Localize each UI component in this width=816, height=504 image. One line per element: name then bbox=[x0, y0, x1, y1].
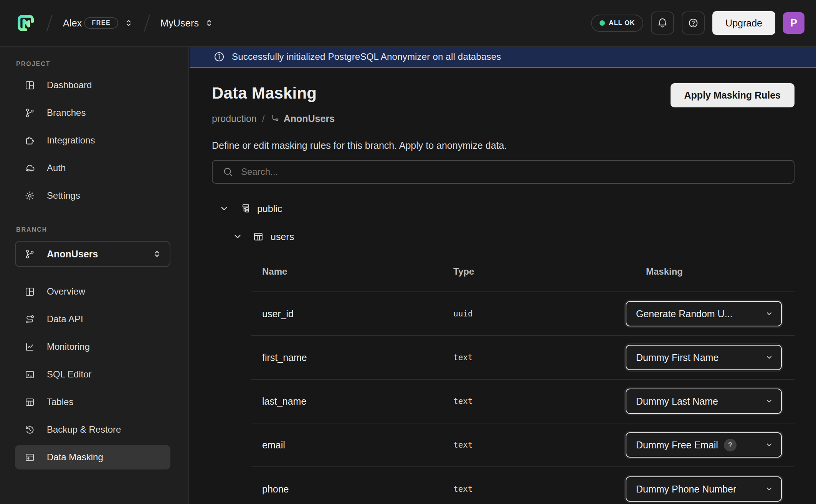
search-input[interactable] bbox=[241, 166, 785, 177]
separator-slash bbox=[144, 15, 150, 31]
status-label: ALL OK bbox=[609, 19, 635, 27]
sidebar-item-data-api[interactable]: Data API bbox=[15, 305, 170, 333]
column-name: last_name bbox=[262, 396, 306, 407]
integrations-icon bbox=[25, 135, 35, 146]
sidebar-item-label: Data API bbox=[47, 314, 83, 324]
user-avatar[interactable]: P bbox=[783, 12, 804, 34]
chevron-updown-icon bbox=[152, 249, 162, 259]
masking-select-last-name[interactable]: Dummy Last Name bbox=[626, 389, 782, 414]
branch-icon bbox=[25, 249, 35, 259]
masking-select-email[interactable]: Dummy Free Email ? bbox=[626, 432, 782, 458]
tree-row-table[interactable]: users bbox=[212, 229, 795, 244]
column-name: user_id bbox=[262, 308, 294, 320]
column-type: text bbox=[453, 353, 473, 362]
schema-name: public bbox=[257, 203, 282, 214]
sidebar-item-label: Overview bbox=[47, 286, 85, 297]
status-pill[interactable]: ALL OK bbox=[591, 15, 643, 32]
sidebar-item-settings[interactable]: Settings bbox=[15, 182, 170, 209]
masking-select-value: Dummy Last Name bbox=[636, 396, 718, 407]
neon-logo[interactable] bbox=[15, 13, 36, 33]
main-content: Data Masking Apply Masking Rules product… bbox=[190, 68, 816, 504]
sidebar-item-data-masking[interactable]: Data Masking bbox=[15, 445, 170, 469]
chevron-down-icon bbox=[765, 485, 773, 493]
sidebar-item-branches[interactable]: Branches bbox=[15, 99, 170, 127]
sidebar-item-label: Backup & Restore bbox=[47, 424, 121, 435]
chevron-down-icon bbox=[765, 353, 773, 362]
child-branch-icon bbox=[270, 114, 281, 124]
search-icon bbox=[223, 166, 233, 177]
chevron-down-icon[interactable] bbox=[232, 231, 243, 242]
page-description: Define or edit masking rules for this br… bbox=[212, 140, 795, 152]
masking-table: Name Type Masking user_id uuid Generate … bbox=[251, 251, 795, 504]
org-switcher[interactable]: Alex FREE bbox=[63, 17, 134, 29]
settings-icon bbox=[25, 191, 35, 201]
banner-message: Successfully initialized PostgreSQL Anon… bbox=[232, 51, 501, 62]
table-icon bbox=[253, 231, 264, 242]
separator-slash bbox=[46, 15, 53, 31]
page-title: Data Masking bbox=[212, 83, 317, 103]
project-name: MyUsers bbox=[160, 18, 199, 29]
info-icon bbox=[213, 51, 225, 63]
column-header-name: Name bbox=[262, 266, 287, 277]
masking-select-user-id[interactable]: Generate Random U... bbox=[626, 301, 782, 326]
help-icon bbox=[688, 18, 699, 28]
help-badge[interactable]: ? bbox=[724, 439, 737, 451]
org-name: Alex bbox=[63, 18, 82, 29]
column-header-masking: Masking bbox=[646, 266, 683, 277]
data-masking-icon bbox=[25, 452, 35, 463]
masking-select-phone[interactable]: Dummy Phone Number bbox=[626, 476, 782, 502]
chevron-down-icon bbox=[765, 397, 773, 405]
chevron-updown-icon bbox=[124, 18, 134, 28]
tree-row-schema[interactable]: public bbox=[212, 201, 795, 216]
sidebar-item-label: Settings bbox=[47, 190, 80, 201]
overview-icon bbox=[25, 287, 35, 297]
auth-icon bbox=[25, 163, 35, 173]
sidebar-item-dashboard[interactable]: Dashboard bbox=[15, 71, 170, 99]
table-row: user_id uuid Generate Random U... bbox=[251, 292, 795, 336]
help-button[interactable] bbox=[682, 12, 705, 35]
project-switcher[interactable]: MyUsers bbox=[160, 18, 214, 29]
table-row: last_name text Dummy Last Name bbox=[251, 380, 795, 423]
sidebar-item-label: Integrations bbox=[47, 135, 95, 146]
branch-selector[interactable]: AnonUsers bbox=[15, 241, 170, 267]
sidebar-item-sql-editor[interactable]: SQL Editor bbox=[15, 361, 170, 388]
sidebar-item-backup-restore[interactable]: Backup & Restore bbox=[15, 416, 170, 443]
table-header: Name Type Masking bbox=[251, 251, 795, 292]
breadcrumb-parent[interactable]: production bbox=[212, 113, 257, 124]
sidebar-item-integrations[interactable]: Integrations bbox=[15, 127, 170, 154]
backup-restore-icon bbox=[25, 425, 35, 435]
sidebar-item-label: Monitoring bbox=[47, 341, 90, 352]
bell-icon bbox=[657, 18, 668, 28]
masking-select-first-name[interactable]: Dummy First Name bbox=[626, 345, 782, 370]
column-header-type: Type bbox=[453, 266, 474, 277]
sidebar-item-label: Branches bbox=[47, 107, 86, 118]
dashboard-icon bbox=[25, 80, 35, 91]
table-row: phone text Dummy Phone Number bbox=[251, 467, 795, 504]
project-nav: Dashboard Branches Integrations Auth bbox=[15, 71, 170, 209]
table-name: users bbox=[271, 231, 294, 242]
upgrade-button[interactable]: Upgrade bbox=[712, 11, 775, 35]
masking-select-value: Generate Random U... bbox=[636, 308, 733, 320]
sidebar-item-auth[interactable]: Auth bbox=[15, 154, 170, 182]
tables-icon bbox=[25, 397, 35, 407]
breadcrumb-current[interactable]: AnonUsers bbox=[270, 113, 335, 124]
sidebar-item-monitoring[interactable]: Monitoring bbox=[15, 333, 170, 361]
sidebar-item-overview[interactable]: Overview bbox=[15, 278, 170, 305]
data-api-icon bbox=[25, 314, 35, 324]
branch-nav: Overview Data API Monitoring SQL Editor bbox=[15, 278, 170, 469]
masking-select-value: Dummy Phone Number bbox=[636, 484, 736, 495]
chevron-down-icon bbox=[765, 441, 773, 449]
monitoring-icon bbox=[25, 342, 35, 352]
apply-masking-rules-button[interactable]: Apply Masking Rules bbox=[671, 83, 795, 107]
column-name: phone bbox=[262, 484, 289, 495]
notifications-button[interactable] bbox=[651, 12, 674, 35]
sidebar-item-label: Data Masking bbox=[47, 452, 103, 463]
top-bar: Alex FREE MyUsers ALL OK bbox=[0, 0, 816, 47]
sidebar-item-tables[interactable]: Tables bbox=[15, 388, 170, 416]
schema-icon bbox=[240, 203, 250, 214]
sidebar: PROJECT Dashboard Branches Integrations bbox=[0, 47, 189, 504]
plan-badge: FREE bbox=[84, 17, 118, 29]
sql-editor-icon bbox=[25, 369, 35, 380]
project-section-label: PROJECT bbox=[15, 61, 170, 68]
chevron-down-icon[interactable] bbox=[219, 203, 230, 214]
